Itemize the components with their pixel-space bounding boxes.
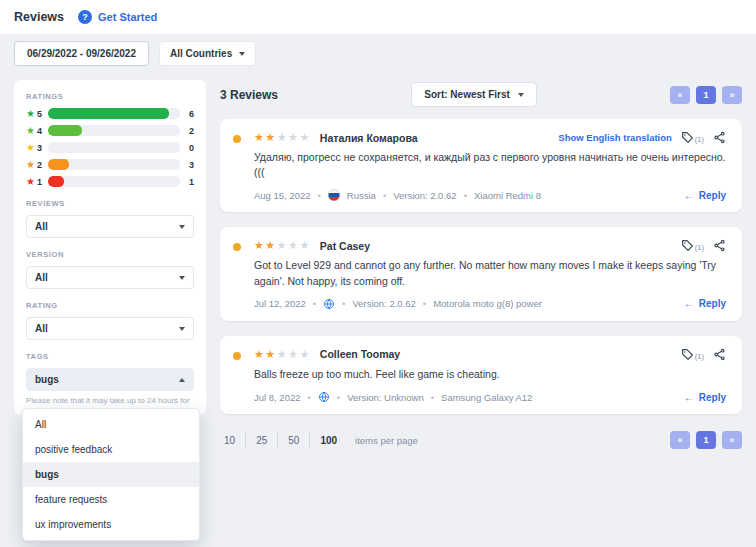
countries-dropdown[interactable]: All Countries [159,41,256,66]
per-page-label: items per page [355,435,418,446]
rating-filter-value: All [35,323,48,334]
rating-level: 2 [37,160,44,170]
review-text: Удаляю, прогресс не сохраняется, и кажды… [254,150,726,180]
stars-empty: ★★★ [277,131,311,143]
globe-icon [318,391,330,403]
rating-bar-row-5[interactable]: ★ 5 6 [26,108,194,119]
list-footer: 10 25 50 100 items per page « 1 » [220,431,742,449]
reviews-filter-select[interactable]: All [26,215,194,238]
rating-bar-track [48,125,180,136]
review-text: Balls freeze up too much. Feel like game… [254,367,726,382]
unread-dot [233,243,241,251]
rating-bar-track [48,108,180,119]
per-page-25[interactable]: 25 [246,432,278,449]
rating-level: 5 [37,109,44,119]
rating-count: 0 [185,143,194,153]
meta-separator [431,392,434,403]
help-icon[interactable] [78,10,92,24]
rating-bar-row-1[interactable]: ★ 1 1 [26,176,194,187]
version-filter-select[interactable]: All [26,266,194,289]
reply-button[interactable]: Reply [684,298,726,309]
review-header: ★★★★★ Colleen Toomay (1) [254,348,726,361]
rating-bar-track [48,159,180,170]
globe-icon [323,298,335,310]
review-author: Colleen Toomay [320,348,400,360]
top-header: Reviews Get Started [0,0,756,34]
dropdown-item-ux-improvements[interactable]: ux improvements [23,512,199,537]
pagination-bottom: « 1 » [670,431,742,449]
review-card: ★★★★★ Colleen Toomay (1) Balls freeze up… [220,336,742,414]
version-filter-label: VERSION [26,250,194,259]
tag-icon[interactable]: (1) [681,131,704,144]
reply-button[interactable]: Reply [684,392,726,403]
per-page-100[interactable]: 100 [310,432,347,449]
dropdown-item-positive-feedback[interactable]: positive feedback [23,437,199,462]
countries-label: All Countries [170,48,232,59]
star-icon: ★ [26,109,35,119]
review-date: Aug 15, 2022 [254,190,311,201]
meta-separator [307,392,310,403]
review-date: Jul 8, 2022 [254,392,300,403]
prev-page-button[interactable]: « [670,86,690,104]
reply-button[interactable]: Reply [684,190,726,201]
page-1-button[interactable]: 1 [696,86,716,104]
share-icon[interactable] [713,131,726,144]
reviews-list: 3 Reviews Sort: Newest First « 1 » ★★★★★… [220,80,742,465]
reviews-filter-label: REVIEWS [26,199,194,208]
meta-separator [318,190,321,201]
ratings-section-label: RATINGS [26,92,194,101]
share-icon[interactable] [713,348,726,361]
next-page-button[interactable]: » [722,86,742,104]
rating-bar-fill [48,108,169,119]
review-device: Samsung Galaxy A12 [441,392,532,403]
review-country: Russia [347,190,376,201]
rating-bar-row-4[interactable]: ★ 4 2 [26,125,194,136]
per-page-10[interactable]: 10 [220,432,246,449]
dropdown-item-bugs[interactable]: bugs [23,462,199,487]
reviews-filter-group: REVIEWS All [26,199,194,238]
review-meta: Jul 8, 2022 Version: Unknown Samsung Gal… [254,391,726,403]
dropdown-item-feature-requests[interactable]: feature requests [23,487,199,512]
tag-count: (1) [695,352,704,361]
review-device: Motorola moto g(8) power [433,298,542,309]
tag-icon[interactable]: (1) [681,348,704,361]
content-area: RATINGS ★ 5 6 ★ 4 2 ★ 3 0 ★ 2 3 ★ 1 [0,72,756,465]
rating-bar-row-3[interactable]: ★ 3 0 [26,142,194,153]
rating-filter-select[interactable]: All [26,317,194,340]
prev-page-button[interactable]: « [670,431,690,449]
chevron-down-icon [179,276,185,280]
date-range-input[interactable]: 06/29/2022 - 09/26/2022 [14,41,149,66]
review-card: ★★★★★ Pat Casey (1) Got to Level 929 and… [220,227,742,320]
show-translation-link[interactable]: Show English translation [558,132,671,143]
sort-label: Sort: Newest First [424,89,510,100]
page-title: Reviews [14,10,64,24]
rating-bar-row-2[interactable]: ★ 2 3 [26,159,194,170]
review-card: ★★★★★ Наталия Комарова Show English tran… [220,119,742,212]
star-icon: ★ [26,177,35,187]
share-icon[interactable] [713,239,726,252]
stars-filled: ★★ [254,239,277,251]
meta-separator [423,298,426,309]
review-stars: ★★★★★ [254,240,311,251]
star-icon: ★ [26,126,35,136]
tag-count: (1) [695,243,704,252]
unread-dot [233,135,241,143]
stars-filled: ★★ [254,131,277,143]
list-header: 3 Reviews Sort: Newest First « 1 » [220,82,742,107]
page-1-button[interactable]: 1 [696,431,716,449]
tags-filter-select[interactable]: bugs [26,368,194,391]
rating-count: 2 [185,126,194,136]
chevron-down-icon [239,52,245,56]
dropdown-item-all[interactable]: All [23,412,199,437]
next-page-button[interactable]: » [722,431,742,449]
per-page-50[interactable]: 50 [278,432,310,449]
rating-level: 3 [37,143,44,153]
tag-icon[interactable]: (1) [681,239,704,252]
meta-separator [342,298,345,309]
reviews-count: 3 Reviews [220,88,278,102]
sort-dropdown[interactable]: Sort: Newest First [411,82,537,107]
review-author: Наталия Комарова [320,132,418,144]
get-started-link[interactable]: Get Started [98,11,157,23]
version-filter-group: VERSION All [26,250,194,289]
review-version: Version: 2.0.62 [393,190,456,201]
